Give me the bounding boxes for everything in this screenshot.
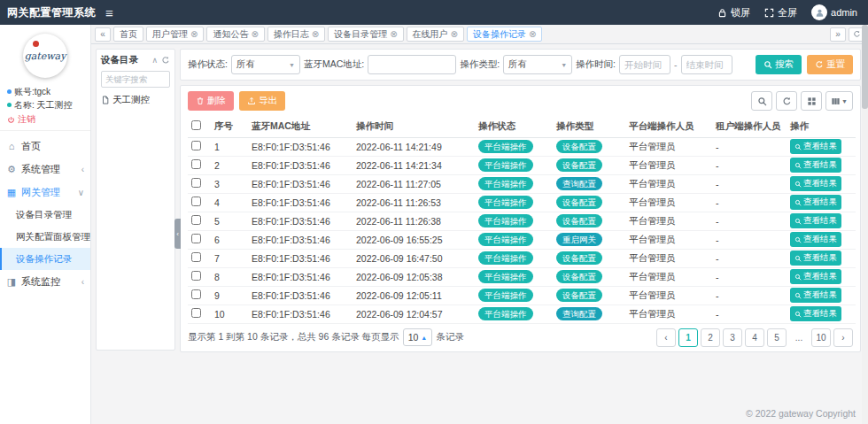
table-search-button[interactable] xyxy=(751,91,772,111)
tab-close-icon[interactable]: ⊗ xyxy=(451,30,458,39)
tab-5[interactable]: 在线用户⊗ xyxy=(407,27,464,42)
tabs-prev-button[interactable]: « xyxy=(95,27,111,42)
tab-3[interactable]: 操作日志⊗ xyxy=(267,27,325,42)
export-button[interactable]: 导出 xyxy=(239,91,285,111)
view-result-button[interactable]: 查看结果 xyxy=(790,176,841,191)
sidebar-sub-item-3[interactable]: 设备目录管理 xyxy=(0,204,90,226)
lock-screen-button[interactable]: 锁屏 xyxy=(717,6,750,19)
row-checkbox[interactable] xyxy=(191,215,201,225)
chevron-down-icon: ▼ xyxy=(561,62,567,68)
delete-button[interactable]: 删除 xyxy=(188,91,234,111)
status-badge: 平台端操作 xyxy=(478,196,533,208)
tab-close-icon[interactable]: ⊗ xyxy=(312,30,319,39)
sidebar-item-6[interactable]: ◨系统监控‹ xyxy=(0,270,90,293)
column-header-4[interactable]: 操作类型 xyxy=(553,116,625,137)
column-header-0[interactable]: 序号 xyxy=(211,116,248,137)
column-header-7[interactable]: 操作 xyxy=(787,116,856,137)
page-button-1[interactable]: 1 xyxy=(678,328,698,347)
tree-refresh-icon[interactable] xyxy=(161,56,170,65)
tab-close-icon[interactable]: ⊗ xyxy=(390,30,397,39)
page-size-select[interactable]: 10▲ xyxy=(403,328,433,346)
search-icon xyxy=(794,311,802,318)
sidebar-item-0[interactable]: ⌂首页 xyxy=(0,135,90,158)
row-checkbox[interactable] xyxy=(191,252,201,262)
start-time-input[interactable] xyxy=(619,55,670,74)
column-header-2[interactable]: 操作时间 xyxy=(353,116,475,137)
type-filter-label: 操作类型: xyxy=(460,58,500,71)
view-result-button[interactable]: 查看结果 xyxy=(790,158,841,173)
collapse-icon[interactable]: ∧ xyxy=(151,56,158,65)
row-checkbox[interactable] xyxy=(191,289,201,299)
sidebar-sub-item-4[interactable]: 网关配置面板管理‹ xyxy=(0,226,90,248)
page-button-4[interactable]: 4 xyxy=(745,328,764,347)
export-icon xyxy=(247,96,256,105)
view-result-button[interactable]: 查看结果 xyxy=(790,139,841,154)
sidebar: gateway 账号:tgck 名称: 天工测控 注销 ⌂首页⚙系统管理‹▦网关… xyxy=(0,25,91,424)
table-refresh-button[interactable] xyxy=(776,91,797,111)
column-header-3[interactable]: 操作状态 xyxy=(475,116,553,137)
tab-close-icon[interactable]: ⊗ xyxy=(529,30,536,39)
view-result-button[interactable]: 查看结果 xyxy=(790,306,841,321)
table-row: 10E8:F0:1F:D3:51:462022-06-09 12:04:57平台… xyxy=(188,305,856,323)
row-checkbox[interactable] xyxy=(191,197,201,206)
row-checkbox[interactable] xyxy=(191,234,201,243)
tab-close-icon[interactable]: ⊗ xyxy=(251,30,258,39)
time-range-separator: - xyxy=(674,59,678,70)
page-button-10[interactable]: 10 xyxy=(811,328,831,347)
tree-search-input[interactable] xyxy=(101,71,170,88)
view-result-button[interactable]: 查看结果 xyxy=(790,288,841,303)
column-header-5[interactable]: 平台端操作人员 xyxy=(625,116,712,137)
row-checkbox[interactable] xyxy=(191,141,201,150)
scrollbar-thumb[interactable] xyxy=(862,25,868,109)
row-checkbox[interactable] xyxy=(191,271,201,281)
end-time-input[interactable] xyxy=(681,55,732,74)
tab-0[interactable]: 首页 xyxy=(113,27,143,42)
view-result-button[interactable]: 查看结果 xyxy=(790,269,841,284)
account-info: 账号:tgck 名称: 天工测控 xyxy=(0,83,90,112)
page-button-3[interactable]: 3 xyxy=(723,328,742,347)
tab-4[interactable]: 设备目录管理⊗ xyxy=(328,27,403,42)
page-button-2[interactable]: 2 xyxy=(701,328,720,347)
table-columns-button[interactable]: ▼ xyxy=(825,91,853,111)
page-button-...[interactable]: ... xyxy=(789,328,809,347)
view-result-button[interactable]: 查看结果 xyxy=(790,232,841,247)
page-button-5[interactable]: 5 xyxy=(767,328,787,347)
menu-toggle-icon[interactable]: ≡ xyxy=(105,6,113,19)
sidebar-sub-item-5[interactable]: 设备操作记录 xyxy=(0,248,90,270)
tab-6[interactable]: 设备操作记录⊗ xyxy=(467,27,542,42)
name-icon xyxy=(7,103,12,107)
sidebar-item-1[interactable]: ⚙系统管理‹ xyxy=(0,158,90,181)
view-result-button[interactable]: 查看结果 xyxy=(790,195,841,210)
status-badge: 平台端操作 xyxy=(478,158,533,171)
lock-screen-label: 锁屏 xyxy=(731,6,750,19)
tab-1[interactable]: 用户管理⊗ xyxy=(146,27,204,42)
tree-node[interactable]: 天工测控 xyxy=(101,94,170,106)
search-button[interactable]: 搜索 xyxy=(756,55,802,74)
fullscreen-button[interactable]: 全屏 xyxy=(764,6,797,19)
search-icon xyxy=(794,181,802,188)
sidebar-item-2[interactable]: ▦网关管理∨ xyxy=(0,181,90,204)
view-result-button[interactable]: 查看结果 xyxy=(790,251,841,266)
search-icon xyxy=(794,199,802,206)
table-view-toggle-button[interactable] xyxy=(801,91,822,111)
reset-button[interactable]: 重置 xyxy=(807,55,853,74)
column-header-6[interactable]: 租户端操作人员 xyxy=(712,116,787,137)
view-result-button[interactable]: 查看结果 xyxy=(790,213,841,228)
row-checkbox[interactable] xyxy=(191,178,201,188)
page-button-‹[interactable]: ‹ xyxy=(656,328,676,347)
page-scrollbar[interactable] xyxy=(862,25,868,424)
tab-2[interactable]: 通知公告⊗ xyxy=(206,27,264,42)
row-checkbox[interactable] xyxy=(191,159,201,169)
logout-button[interactable]: 注销 xyxy=(0,112,90,131)
user-menu[interactable]: admin xyxy=(811,4,857,20)
column-header-1[interactable]: 蓝牙MAC地址 xyxy=(248,116,353,137)
row-checkbox[interactable] xyxy=(191,308,201,318)
type-filter-select[interactable]: 所有▼ xyxy=(503,55,572,74)
panel-collapse-handle[interactable]: ‹ xyxy=(174,219,181,249)
tabs-next-button[interactable]: » xyxy=(830,27,846,42)
status-filter-select[interactable]: 所有▼ xyxy=(231,55,300,74)
mac-address-input[interactable] xyxy=(368,55,456,74)
tab-close-icon[interactable]: ⊗ xyxy=(190,30,198,39)
page-button-›[interactable]: › xyxy=(833,328,853,347)
select-all-checkbox[interactable] xyxy=(191,120,201,130)
